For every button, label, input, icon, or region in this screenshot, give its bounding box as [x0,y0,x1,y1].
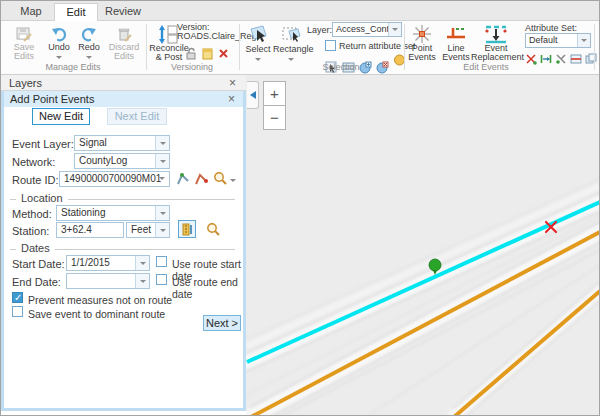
tab-map[interactable]: Map [9,3,53,21]
next-edit-button[interactable]: Next Edit [107,108,167,125]
zoom-out-button[interactable]: − [263,105,286,130]
dropdown-caret-icon[interactable] [86,56,92,59]
tab-edit[interactable]: Edit [54,3,98,21]
new-version-icon[interactable] [201,47,214,60]
dropdown-caret-icon[interactable] [159,177,165,180]
layer-combobox[interactable]: Access_Control [332,22,402,37]
event-replacement-button[interactable]: Event Replacement [471,24,521,62]
save-edits-icon [15,25,33,43]
new-edit-button[interactable]: New Edit [32,108,90,125]
group-label-edit-events: Edit Events [431,62,541,72]
ribbon: Save Edits Undo Redo Discard Edits Manag… [1,21,599,75]
zoom-to-route-button[interactable] [213,171,236,188]
close-icon[interactable]: × [229,77,236,89]
layers-panel-header[interactable]: Layers × [1,75,246,91]
network-combobox[interactable]: CountyLog [74,153,170,169]
station-units-combobox[interactable]: Feet [126,222,170,238]
attribute-set-label: Attribute Set: [525,23,577,33]
prevent-measures-checkbox[interactable] [12,292,23,303]
map-background [246,75,600,416]
dropdown-arrow-icon[interactable] [155,136,169,150]
prevent-measures-label: Prevent measures not on route [28,294,172,306]
redo-icon [80,25,98,43]
collapse-pane-icon [250,91,256,99]
return-attribute-set-checkbox[interactable] [325,40,336,51]
event-layer-label: Event Layer: [12,138,74,150]
dropdown-arrow-icon[interactable] [388,23,401,36]
offset-event-icon[interactable] [540,53,552,65]
dropdown-arrow-icon[interactable] [155,206,169,220]
return-attribute-set-row: Return attribute set [325,40,416,51]
pick-route-red-icon[interactable] [194,172,208,186]
event-layer-combobox[interactable]: Signal [74,135,170,151]
group-label-selection: Selection [291,62,391,72]
application-window: Map Edit Review Save Edits Undo Redo Dis… [0,0,600,416]
dropdown-arrow-icon[interactable] [155,223,169,237]
save-dominant-route-label: Save event to dominant route [28,308,165,320]
route-id-combobox[interactable]: 14900000700090M01 [59,171,170,187]
pick-station-button[interactable] [178,220,196,238]
attribute-set-combobox[interactable]: Default [525,33,591,48]
rectangle-select-icon [281,24,302,45]
discard-edits-icon [115,25,133,43]
group-separator [594,24,595,70]
zoom-in-button[interactable]: + [263,81,286,106]
dropdown-arrow-icon[interactable] [577,34,590,47]
start-date-combobox[interactable]: 1/1/2015 [66,255,150,271]
use-route-end-date-checkbox[interactable] [156,274,167,285]
dropdown-caret-icon[interactable] [56,56,62,59]
collapse-pane-button[interactable] [247,81,259,109]
end-date-combobox[interactable] [66,273,150,289]
delete-version-icon[interactable] [217,47,230,60]
pane-title: Add Point Events [10,93,94,105]
close-icon[interactable]: × [228,93,235,105]
next-button[interactable]: Next > [203,315,241,331]
start-date-label: Start Date: [12,258,65,270]
use-route-end-date-label: Use route end date [172,276,243,300]
dropdown-caret-icon[interactable] [255,58,261,61]
use-route-start-date-checkbox[interactable] [156,256,167,267]
unlock-icon[interactable] [185,47,198,60]
group-separator [404,24,405,70]
redo-button[interactable]: Redo [75,25,103,61]
point-events-icon [412,24,432,44]
select-button[interactable]: Select [243,24,273,63]
dropdown-caret-icon[interactable] [288,58,294,61]
discard-edits-button[interactable]: Discard Edits [103,25,145,61]
rectangle-tool-button[interactable]: Rectangle [273,24,309,63]
save-edits-button[interactable]: Save Edits [5,25,43,61]
save-dominant-route-checkbox[interactable] [12,306,23,317]
dropdown-arrow-icon[interactable] [135,256,149,270]
group-separator [239,24,240,70]
event-replacement-icon [483,24,509,44]
dropdown-arrow-icon[interactable] [135,274,149,288]
route-id-label: Route ID: [12,174,58,186]
copy-events-icon[interactable] [585,53,597,65]
end-date-label: End Date: [12,276,61,288]
add-point-events-pane: Add Point Events × New Edit Next Edit Ev… [1,91,246,411]
snap-event-icon[interactable] [555,53,567,65]
dropdown-arrow-icon[interactable] [155,154,169,168]
pick-station-icon [181,223,194,236]
ribbon-tab-strip: Map Edit Review [1,1,599,21]
layer-label: Layer: [307,25,332,35]
layers-panel-title: Layers [9,77,42,89]
event-window-icon[interactable] [570,53,582,65]
tab-review[interactable]: Review [99,3,147,21]
pane-titlebar[interactable]: Add Point Events × [4,91,243,107]
undo-button[interactable]: Undo [45,25,73,61]
method-label: Method: [12,208,52,220]
station-label: Station: [12,225,49,237]
map-view[interactable]: + − [246,75,600,416]
method-combobox[interactable]: Stationing [56,205,170,221]
dropdown-caret-icon [230,179,236,182]
point-events-button[interactable]: Point Events [407,24,437,62]
undo-icon [50,25,68,43]
dates-legend: Dates [16,242,55,254]
line-events-icon [446,24,466,44]
zoom-to-station-icon[interactable] [206,222,221,237]
versioning-tools [185,47,230,60]
station-input[interactable]: 3+62.4 [56,222,124,238]
line-events-button[interactable]: Line Events [441,24,471,62]
pick-route-icon[interactable] [176,172,190,186]
